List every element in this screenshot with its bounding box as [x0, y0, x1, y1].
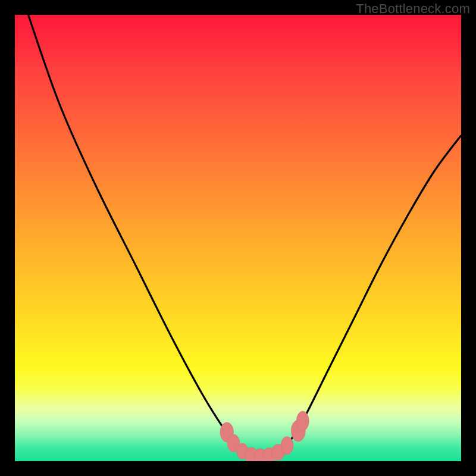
marker-point	[245, 447, 258, 461]
marker-point	[296, 411, 309, 431]
marker-point	[220, 422, 234, 442]
optimal-region-markers	[220, 411, 309, 461]
marker-point	[271, 444, 285, 461]
marker-point	[237, 443, 249, 459]
marker-point	[262, 448, 276, 462]
gradient-plot-area	[15, 15, 461, 461]
marker-point	[227, 434, 240, 452]
marker-point	[281, 437, 293, 455]
marker-point	[253, 449, 267, 461]
chart-frame: TheBottleneck.com	[0, 0, 476, 476]
bottleneck-curve	[29, 15, 462, 458]
curve-svg	[15, 15, 461, 461]
marker-point	[291, 420, 305, 441]
